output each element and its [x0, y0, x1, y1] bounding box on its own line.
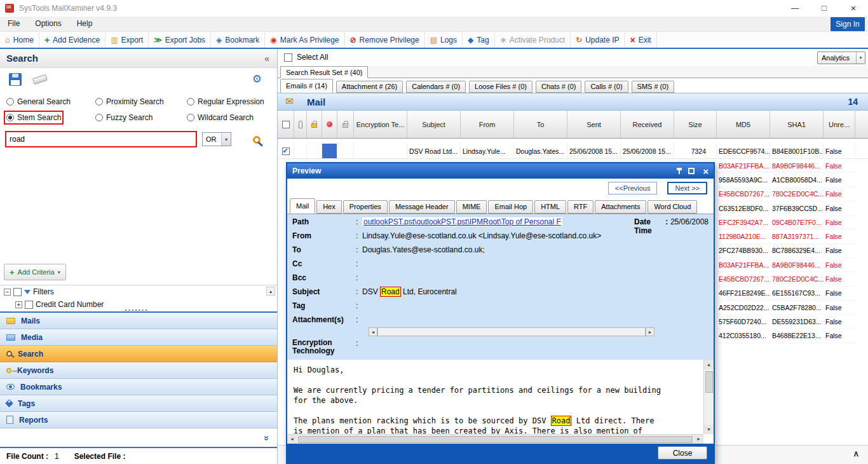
category-tab[interactable]: Calls # (0) — [585, 81, 628, 93]
menu-item[interactable]: Help — [69, 17, 100, 31]
clear-search-icon[interactable] — [32, 74, 48, 85]
scrollbar-thumb[interactable] — [298, 436, 693, 443]
scroll-left-icon[interactable] — [287, 435, 297, 444]
category-tab[interactable]: SMS # (0) — [632, 81, 675, 93]
category-tab[interactable]: Attachment # (26) — [336, 81, 403, 93]
tree-collapse-icon[interactable] — [4, 289, 11, 296]
toolbar-button[interactable]: Mark As Privilege — [265, 32, 344, 48]
scroll-left-icon[interactable] — [369, 327, 377, 336]
search-type-radio[interactable]: Stem Search — [6, 113, 61, 122]
collapse-panel-icon[interactable] — [264, 49, 269, 68]
category-tab[interactable]: Chats # (0) — [536, 81, 581, 93]
previous-button[interactable]: <<Previous — [608, 182, 658, 194]
email-row-partial[interactable]: EFC2F3942A7... 09C4B07E7F0... False — [717, 215, 857, 229]
toolbar-button[interactable]: Home — [0, 32, 39, 48]
category-tab[interactable]: Calendars # (0) — [406, 81, 466, 93]
analytics-dropdown[interactable]: Analytics — [817, 51, 865, 64]
search-keyword-input[interactable] — [5, 131, 197, 147]
sidebar-nav-item[interactable]: Tags — [0, 395, 277, 412]
close-preview-icon[interactable] — [703, 167, 709, 176]
column-header-md5[interactable]: MD5 — [717, 111, 770, 138]
preview-tab[interactable]: Attachments — [595, 200, 646, 214]
maximize-icon[interactable] — [810, 0, 839, 17]
sidebar-nav-item[interactable]: Search — [0, 346, 277, 362]
sidebar-nav-item[interactable]: Reports — [0, 412, 277, 428]
privilege-column-icon[interactable] — [327, 121, 332, 127]
column-header-to[interactable]: To — [514, 111, 567, 138]
filters-checkbox[interactable] — [13, 288, 22, 296]
scroll-right-icon[interactable] — [694, 435, 703, 444]
email-row-partial[interactable]: E45BCBD7267... 780C2ED0C4C... False — [717, 272, 857, 286]
search-type-radio[interactable]: Proximity Search — [95, 97, 164, 106]
attachments-scrollbar[interactable] — [369, 327, 654, 336]
category-tab[interactable]: Emails # (14) — [280, 79, 333, 93]
scroll-down-icon[interactable] — [704, 425, 714, 434]
sidebar-nav-item[interactable]: Mails — [0, 313, 277, 329]
toolbar-button[interactable]: Logs — [425, 32, 463, 48]
save-search-icon[interactable] — [9, 73, 22, 86]
email-row-partial[interactable]: E45BCBD7267... 780C2ED0C4C... False — [717, 188, 857, 201]
nav-collapse-chevrons-icon[interactable] — [261, 435, 272, 440]
sidebar-nav-item[interactable]: Keywords — [0, 362, 277, 379]
menu-item[interactable]: File — [0, 17, 27, 31]
result-set-tab[interactable]: Search Result Set # (40) — [280, 66, 368, 78]
preview-tab[interactable]: HTML — [534, 200, 566, 214]
chevron-up-icon[interactable] — [853, 449, 859, 458]
column-header-subject[interactable]: Subject — [407, 111, 461, 138]
header-select-checkbox[interactable] — [282, 121, 290, 128]
toolbar-button[interactable]: Add Evidence — [39, 32, 105, 48]
vertical-scrollbar[interactable] — [703, 360, 714, 434]
scrollbar-thumb[interactable] — [377, 327, 646, 336]
toolbar-button[interactable]: Export — [105, 32, 149, 48]
toolbar-button[interactable]: Update IP — [571, 32, 625, 48]
pin-icon[interactable] — [679, 168, 680, 174]
preview-tab[interactable]: MIME — [456, 200, 487, 214]
email-row-partial[interactable]: B03AF21FFBA... 8A9B0F98446... False — [717, 258, 857, 272]
credit-card-checkbox[interactable] — [25, 301, 33, 309]
email-row-partial[interactable]: 412C0355180... B4688E22E13... False — [717, 329, 857, 343]
horizontal-scrollbar[interactable] — [287, 434, 703, 444]
toolbar-button[interactable]: Bookmark — [211, 32, 265, 48]
select-all-checkbox[interactable] — [284, 53, 292, 62]
sign-in-button[interactable]: Sign In — [831, 17, 865, 31]
run-search-button[interactable] — [248, 131, 266, 149]
scroll-up-icon[interactable] — [704, 360, 714, 369]
email-row-partial[interactable]: C63512E8DF0... 37F6B39CC5D... False — [717, 201, 857, 215]
preview-tab[interactable]: Email Hop — [488, 200, 533, 214]
preview-tab[interactable]: Word Cloud — [648, 200, 697, 214]
protected-column-icon[interactable] — [342, 123, 348, 128]
scroll-right-icon[interactable] — [646, 327, 654, 336]
email-row-partial[interactable]: A252CD02D22... C5BA2F78280... False — [717, 301, 857, 315]
attachment-column-icon[interactable] — [299, 121, 302, 128]
email-row-partial[interactable]: 575F60D7240... DE559231D63... False — [717, 315, 857, 329]
search-type-radio[interactable]: Regular Expression — [187, 97, 264, 106]
preview-tab[interactable]: Message Header — [389, 200, 455, 214]
toolbar-button[interactable]: Tag — [463, 32, 495, 48]
email-row-partial[interactable]: B03AF21FFBA... 8A9B0F98446... False — [717, 159, 857, 173]
preview-tab[interactable]: Properties — [343, 200, 388, 214]
preview-tab[interactable]: Mail — [290, 198, 315, 214]
column-header-received[interactable]: Received — [621, 111, 674, 138]
scroll-up-icon[interactable] — [266, 287, 275, 296]
email-row-partial[interactable]: 112980A210E... 887A3197371... False — [717, 229, 857, 243]
column-header-size[interactable]: Size — [674, 111, 717, 138]
next-button[interactable]: Next >> — [667, 182, 707, 194]
search-type-radio[interactable]: Fuzzy Search — [95, 113, 153, 122]
minimize-icon[interactable] — [780, 0, 810, 17]
path-link[interactable]: outlookPST.pst\outlookPST.pst\IPMRoot\To… — [362, 217, 562, 226]
close-button[interactable]: Close — [658, 446, 707, 460]
maximize-preview-icon[interactable] — [688, 168, 695, 174]
add-criteria-button[interactable]: Add Criteria — [4, 264, 66, 280]
column-header-unread[interactable]: Unre... — [824, 111, 855, 138]
encryption-column-icon[interactable] — [311, 123, 317, 128]
preview-tab[interactable]: RTF — [567, 200, 593, 214]
scrollbar-thumb[interactable] — [705, 371, 713, 393]
toolbar-button[interactable]: Exit — [625, 32, 657, 48]
search-type-radio[interactable]: General Search — [6, 97, 71, 106]
sidebar-nav-item[interactable]: Media — [0, 329, 277, 346]
toolbar-button[interactable]: Export Jobs — [149, 32, 211, 48]
email-row[interactable]: DSV Road Ltd... Lindsay.Yule... Douglas.… — [278, 144, 868, 159]
settings-gear-icon[interactable] — [252, 73, 262, 86]
menu-item[interactable]: Options — [27, 17, 69, 31]
toolbar-button[interactable]: Activate Product — [495, 32, 571, 48]
